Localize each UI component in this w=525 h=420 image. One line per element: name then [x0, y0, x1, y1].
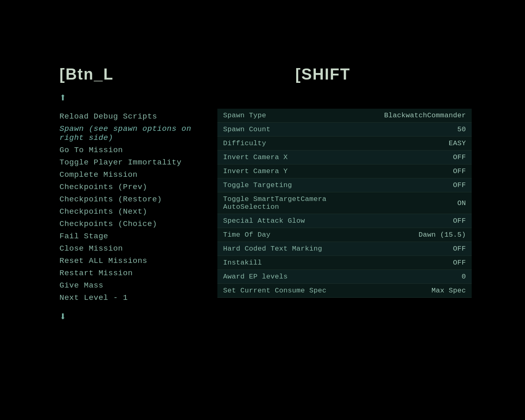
setting-value-11: 0: [378, 270, 472, 284]
settings-table: Spawn TypeBlackwatchCommanderSpawn Count…: [217, 109, 472, 298]
menu-item-9[interactable]: Fail Stage: [59, 230, 215, 242]
settings-row-1[interactable]: Spawn Count50: [217, 123, 472, 137]
menu-item-6[interactable]: Checkpoints (Restore): [59, 193, 215, 205]
setting-label-9: Hard Coded Text Marking: [217, 242, 378, 256]
setting-value-1: 50: [378, 123, 472, 137]
setting-value-8: Dawn (15.5): [378, 228, 472, 242]
setting-value-7: OFF: [378, 214, 472, 228]
setting-label-4: Invert Camera Y: [217, 164, 378, 178]
setting-value-6: ON: [378, 192, 472, 214]
menu-item-12[interactable]: Restart Mission: [59, 267, 215, 279]
arrow-up-icon: ⬆: [59, 91, 215, 105]
menu-item-2[interactable]: Go To Mission: [59, 144, 215, 156]
settings-row-5[interactable]: Toggle TargetingOFF: [217, 178, 472, 192]
setting-value-9: OFF: [378, 242, 472, 256]
setting-label-7: Special Attack Glow: [217, 214, 378, 228]
settings-row-2[interactable]: DifficultyEASY: [217, 137, 472, 151]
menu-item-4[interactable]: Complete Mission: [59, 169, 215, 181]
setting-value-4: OFF: [378, 164, 472, 178]
menu-item-11[interactable]: Reset ALL Missions: [59, 255, 215, 267]
menu-item-3[interactable]: Toggle Player Immortality: [59, 156, 215, 169]
setting-value-12: Max Spec: [378, 284, 472, 298]
setting-value-2: EASY: [378, 137, 472, 151]
setting-value-3: OFF: [378, 151, 472, 164]
setting-label-1: Spawn Count: [217, 123, 378, 137]
setting-value-5: OFF: [378, 178, 472, 192]
settings-row-3[interactable]: Invert Camera XOFF: [217, 151, 472, 164]
setting-label-0: Spawn Type: [217, 109, 378, 123]
menu-item-5[interactable]: Checkpoints (Prev): [59, 181, 215, 193]
menu-item-8[interactable]: Checkpoints (Choice): [59, 218, 215, 230]
menu-item-10[interactable]: Close Mission: [59, 242, 215, 255]
settings-row-6[interactable]: Toggle SmartTargetCamera AutoSelectionON: [217, 192, 472, 214]
setting-label-2: Difficulty: [217, 137, 378, 151]
settings-row-0[interactable]: Spawn TypeBlackwatchCommander: [217, 109, 472, 123]
settings-row-10[interactable]: InstakillOFF: [217, 256, 472, 270]
right-panel: Spawn TypeBlackwatchCommanderSpawn Count…: [217, 109, 472, 298]
left-key-binding: [Btn_L: [59, 66, 215, 83]
setting-label-3: Invert Camera X: [217, 151, 378, 164]
setting-label-10: Instakill: [217, 256, 378, 270]
setting-label-8: Time Of Day: [217, 228, 378, 242]
settings-row-12[interactable]: Set Current Consume SpecMax Spec: [217, 284, 472, 298]
setting-value-10: OFF: [378, 256, 472, 270]
settings-row-7[interactable]: Special Attack GlowOFF: [217, 214, 472, 228]
menu-item-13[interactable]: Give Mass: [59, 279, 215, 292]
arrow-down-icon: ⬇: [59, 310, 215, 324]
right-key-binding: [SHIFT: [295, 66, 350, 83]
settings-row-9[interactable]: Hard Coded Text MarkingOFF: [217, 242, 472, 256]
setting-label-5: Toggle Targeting: [217, 178, 378, 192]
menu-item-14[interactable]: Next Level - 1: [59, 292, 215, 304]
setting-label-11: Award EP levels: [217, 270, 378, 284]
left-panel: [Btn_L ⬆ Reload Debug ScriptsSpawn (see …: [59, 66, 215, 324]
setting-label-12: Set Current Consume Spec: [217, 284, 378, 298]
settings-row-4[interactable]: Invert Camera YOFF: [217, 164, 472, 178]
menu-item-7[interactable]: Checkpoints (Next): [59, 205, 215, 218]
settings-row-11[interactable]: Award EP levels0: [217, 270, 472, 284]
setting-label-6: Toggle SmartTargetCamera AutoSelection: [217, 192, 378, 214]
menu-item-0[interactable]: Reload Debug Scripts: [59, 110, 215, 123]
menu-item-1[interactable]: Spawn (see spawn options on right side): [59, 123, 215, 144]
menu-list: Reload Debug ScriptsSpawn (see spawn opt…: [59, 110, 215, 304]
setting-value-0: BlackwatchCommander: [378, 109, 472, 123]
settings-row-8[interactable]: Time Of DayDawn (15.5): [217, 228, 472, 242]
